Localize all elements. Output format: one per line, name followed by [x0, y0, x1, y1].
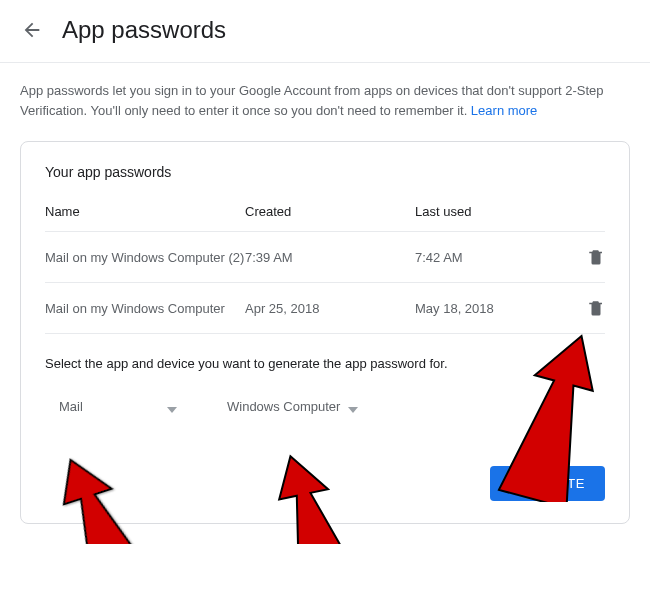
back-arrow-icon[interactable]: [20, 18, 44, 42]
learn-more-link[interactable]: Learn more: [471, 103, 537, 118]
card-title: Your app passwords: [45, 164, 605, 180]
table-header: Name Created Last used: [45, 204, 605, 232]
row-lastused: May 18, 2018: [415, 301, 573, 316]
description-text: App passwords let you sign in to your Go…: [0, 63, 650, 141]
generate-button[interactable]: GENERATE: [490, 466, 605, 501]
page-title: App passwords: [62, 16, 226, 44]
chevron-down-icon: [167, 401, 179, 413]
row-name: Mail on my Windows Computer: [45, 301, 245, 316]
app-select[interactable]: Mail: [45, 395, 185, 418]
select-row: Mail Windows Computer: [45, 395, 605, 418]
device-select[interactable]: Windows Computer: [213, 395, 366, 418]
col-header-created: Created: [245, 204, 415, 219]
col-header-name: Name: [45, 204, 245, 219]
trash-icon[interactable]: [587, 299, 605, 317]
app-passwords-card: Your app passwords Name Created Last use…: [20, 141, 630, 524]
device-select-value: Windows Computer: [227, 399, 340, 414]
app-select-value: Mail: [59, 399, 83, 414]
page-header: App passwords: [0, 0, 650, 63]
table-row: Mail on my Windows Computer (2) 7:39 AM …: [45, 232, 605, 283]
generate-row: GENERATE: [45, 466, 605, 501]
chevron-down-icon: [348, 401, 360, 413]
row-name: Mail on my Windows Computer (2): [45, 250, 245, 265]
col-header-lastused: Last used: [415, 204, 573, 219]
row-created: Apr 25, 2018: [245, 301, 415, 316]
table-row: Mail on my Windows Computer Apr 25, 2018…: [45, 283, 605, 334]
passwords-table: Name Created Last used Mail on my Window…: [45, 204, 605, 334]
trash-icon[interactable]: [587, 248, 605, 266]
row-created: 7:39 AM: [245, 250, 415, 265]
select-instruction: Select the app and device you want to ge…: [45, 356, 605, 371]
row-lastused: 7:42 AM: [415, 250, 573, 265]
